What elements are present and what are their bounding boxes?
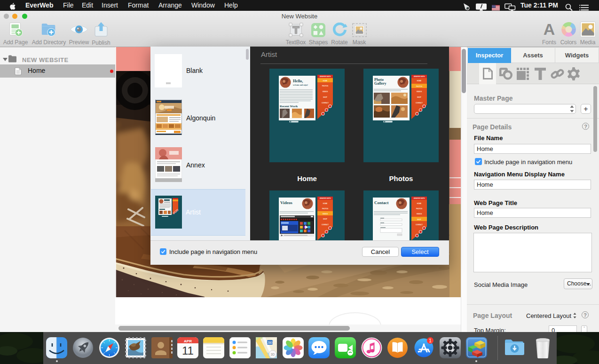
svg-text:JENNIFER SMITH: JENNIFER SMITH [413,76,425,78]
svg-text:SHOP: SHOP [323,96,327,98]
svg-text:A: A [544,22,555,37]
svg-text:SHOP: SHOP [417,96,421,98]
svg-text:CONTACT: CONTACT [322,102,329,104]
svg-text:CONTACT: CONTACT [416,102,423,104]
svg-text:HOME: HOME [323,203,327,205]
svg-text:Contact: Contact [374,200,389,205]
svg-text:SHOP: SHOP [323,218,327,220]
svg-text:PHOTOS: PHOTOS [416,208,422,210]
svg-text:JENNIFER SMITH: JENNIFER SMITH [319,76,331,78]
svg-text:280: 280 [267,341,273,344]
svg-text:VIDEOS: VIDEOS [417,91,422,93]
svg-text:PHOTOS: PHOTOS [322,208,328,210]
svg-text:Hello,: Hello, [293,79,303,83]
svg-text:CONTACT: CONTACT [322,224,329,226]
svg-text:3D: 3D [270,353,275,356]
svg-text:CONTACT: CONTACT [416,224,423,226]
svg-text:Gallery: Gallery [374,81,386,86]
svg-text:welcome and enjoy!: welcome and enjoy! [293,84,308,86]
svg-text:JENNIFER SMITH: JENNIFER SMITH [413,198,425,199]
svg-text:Videos: Videos [280,200,292,205]
svg-text:Recent Work: Recent Work [280,104,298,108]
svg-text:PHOTOS: PHOTOS [416,86,422,87]
svg-text:APR: APR [184,339,192,343]
svg-text:SHOP: SHOP [417,219,421,221]
svg-text:HOME: HOME [323,80,327,82]
svg-text:HOME: HOME [417,203,421,205]
svg-text:VIDEOS: VIDEOS [323,213,328,215]
svg-text:PHOTOS: PHOTOS [322,85,328,87]
svg-text:11: 11 [182,344,194,357]
svg-text:JENNIFER SMITH: JENNIFER SMITH [319,198,331,199]
svg-text:1: 1 [429,338,432,343]
svg-text:HOME: HOME [417,80,421,82]
svg-text:VIDEOS: VIDEOS [323,91,328,93]
svg-text:VIDEOS: VIDEOS [417,213,422,215]
